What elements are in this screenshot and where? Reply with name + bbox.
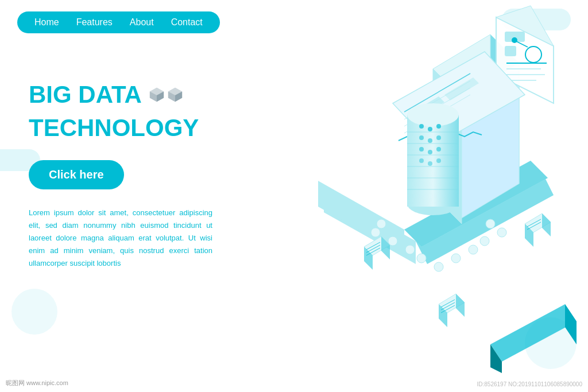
svg-point-43 [428,138,432,143]
svg-point-80 [469,245,478,254]
nav-bar: Home Features About Contact [17,11,220,33]
svg-point-28 [512,37,517,43]
svg-point-82 [497,228,506,237]
svg-point-42 [419,135,424,140]
svg-marker-85 [490,304,577,362]
svg-point-38 [407,103,459,126]
cube-icons [149,87,183,103]
isometric-svg [243,0,588,392]
right-illustration [243,0,588,392]
nav-about[interactable]: About [130,17,154,28]
title-line2: TECHNOLOGY [29,114,212,142]
svg-marker-71 [542,214,551,236]
left-content: BIG DATA TECHNOLOGY Click here Lorem [29,80,212,270]
svg-point-47 [436,147,441,152]
svg-point-41 [436,124,441,129]
nav-features[interactable]: Features [76,17,113,28]
svg-point-46 [428,150,432,154]
svg-point-75 [388,236,397,246]
svg-point-49 [428,161,432,166]
svg-point-76 [405,245,415,254]
svg-point-79 [451,254,461,263]
svg-marker-65 [456,294,465,317]
title-line1: BIG DATA [29,80,142,109]
watermark-left: 昵图网 www.nipic.com [6,379,68,387]
svg-marker-87 [565,304,577,344]
cube-icon-1 [149,87,165,103]
svg-point-83 [377,219,386,228]
nav-home[interactable]: Home [34,17,59,28]
svg-point-39 [419,124,424,129]
click-here-button[interactable]: Click here [29,160,124,189]
svg-rect-37 [407,115,459,207]
svg-point-77 [417,254,426,263]
nav-contact[interactable]: Contact [171,17,203,28]
svg-point-81 [480,236,489,246]
cube-icon-2 [167,87,183,103]
svg-rect-21 [505,46,516,56]
watermark-right: ID:8526197 NO:20191101106085890000 [477,381,583,387]
svg-point-78 [434,262,443,271]
main-title: BIG DATA TECHNOLOGY [29,80,212,143]
svg-point-74 [371,228,380,237]
svg-point-44 [436,135,441,140]
lorem-text: Lorem ipsum dolor sit amet, consectetuer… [29,207,212,270]
svg-point-48 [419,158,424,163]
svg-point-45 [419,147,424,152]
deco-bottom-left [11,289,57,335]
svg-point-84 [486,219,495,228]
svg-point-50 [436,158,441,163]
svg-point-40 [428,127,432,131]
